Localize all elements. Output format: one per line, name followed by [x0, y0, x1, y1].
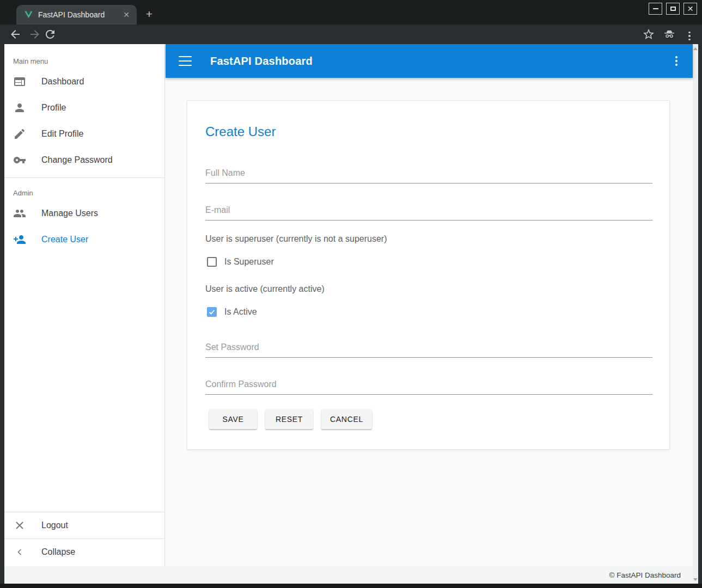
app-bar-menu-icon[interactable]	[673, 54, 680, 68]
sidebar-item-create-user[interactable]: Create User	[4, 226, 164, 253]
incognito-icon[interactable]	[663, 28, 676, 41]
superuser-hint: User is superuser (currently is not a su…	[205, 234, 387, 244]
confirm-password-field-wrap	[205, 377, 652, 395]
sidebar-divider	[4, 177, 164, 178]
bookmark-star-icon[interactable]	[642, 28, 655, 41]
tab-close-icon[interactable]: ✕	[121, 10, 131, 20]
create-user-card: Create User User is superuser (currently…	[187, 100, 670, 450]
is-superuser-checkbox-row[interactable]: Is Superuser	[207, 257, 274, 267]
cancel-button[interactable]: CANCEL	[321, 409, 372, 429]
new-tab-button[interactable]: +	[143, 8, 156, 21]
reload-icon[interactable]	[44, 28, 57, 41]
is-active-checkbox[interactable]	[207, 307, 217, 317]
close-x-icon	[13, 519, 26, 532]
pencil-icon	[13, 127, 26, 140]
key-icon	[13, 154, 26, 167]
window-frame-right	[698, 44, 702, 588]
browser-menu-icon[interactable]	[686, 29, 693, 42]
sidebar-item-manage-users[interactable]: Manage Users	[4, 200, 164, 226]
sidebar-item-edit-profile[interactable]: Edit Profile	[4, 121, 164, 147]
window-close-button[interactable]: ✕	[683, 3, 697, 15]
is-superuser-checkbox[interactable]	[207, 257, 217, 267]
person-add-icon	[13, 233, 26, 246]
forward-icon[interactable]	[28, 28, 41, 41]
person-icon	[13, 101, 26, 114]
sidebar-item-change-password[interactable]: Change Password	[4, 147, 164, 173]
reset-button[interactable]: RESET	[265, 409, 313, 429]
back-icon[interactable]	[9, 28, 22, 41]
page: Main menu Dashboard Profile Edit Profile…	[4, 44, 698, 584]
copyright-text: © FastAPI Dashboard	[609, 571, 681, 579]
dashboard-icon	[13, 75, 26, 88]
email-input[interactable]	[205, 203, 652, 220]
chevron-left-icon	[13, 546, 26, 559]
scroll-up-icon[interactable]	[693, 45, 698, 52]
main-area: FastAPI Dashboard Create User User is su…	[166, 44, 693, 566]
window-frame-left	[0, 44, 4, 588]
sidebar-section-header-main: Main menu	[4, 44, 164, 69]
set-password-input[interactable]	[205, 340, 652, 358]
vue-logo-icon	[24, 10, 33, 20]
window-frame-bottom	[0, 584, 702, 588]
browser-toolbar: localhost/main/admin/users/create	[0, 24, 702, 44]
full-name-input[interactable]	[205, 166, 652, 183]
sidebar-section-header-admin: Admin	[4, 182, 164, 200]
tab-title: FastAPI Dashboard	[38, 10, 121, 19]
set-password-field-wrap	[205, 340, 652, 358]
window-maximize-button[interactable]	[666, 3, 680, 15]
sidebar-item-profile[interactable]: Profile	[4, 95, 164, 121]
full-name-field-wrap	[205, 166, 652, 183]
sidebar-item-collapse[interactable]: Collapse	[4, 539, 164, 565]
window-minimize-button[interactable]	[649, 3, 662, 15]
hamburger-menu-icon[interactable]	[179, 56, 192, 66]
confirm-password-input[interactable]	[205, 377, 652, 395]
page-footer: © FastAPI Dashboard	[4, 566, 693, 584]
save-button[interactable]: SAVE	[209, 409, 257, 429]
sidebar-item-dashboard[interactable]: Dashboard	[4, 69, 164, 95]
is-active-label[interactable]: Is Active	[224, 307, 257, 317]
people-icon	[13, 207, 26, 220]
active-hint: User is active (currently active)	[205, 284, 325, 294]
is-superuser-label[interactable]: Is Superuser	[224, 257, 274, 267]
sidebar-item-logout[interactable]: Logout	[4, 512, 164, 538]
browser-tab[interactable]: FastAPI Dashboard ✕	[16, 5, 137, 24]
sidebar: Main menu Dashboard Profile Edit Profile…	[4, 44, 165, 566]
browser-titlebar: FastAPI Dashboard ✕ + ✕	[0, 0, 702, 24]
scroll-down-icon[interactable]	[693, 576, 698, 583]
email-field-wrap	[205, 203, 652, 220]
checkmark-icon	[208, 308, 216, 316]
page-scrollbar[interactable]	[693, 44, 698, 584]
app-title: FastAPI Dashboard	[210, 55, 313, 68]
page-title: Create User	[205, 124, 276, 139]
is-active-checkbox-row[interactable]: Is Active	[207, 307, 257, 317]
app-bar: FastAPI Dashboard	[166, 44, 693, 78]
